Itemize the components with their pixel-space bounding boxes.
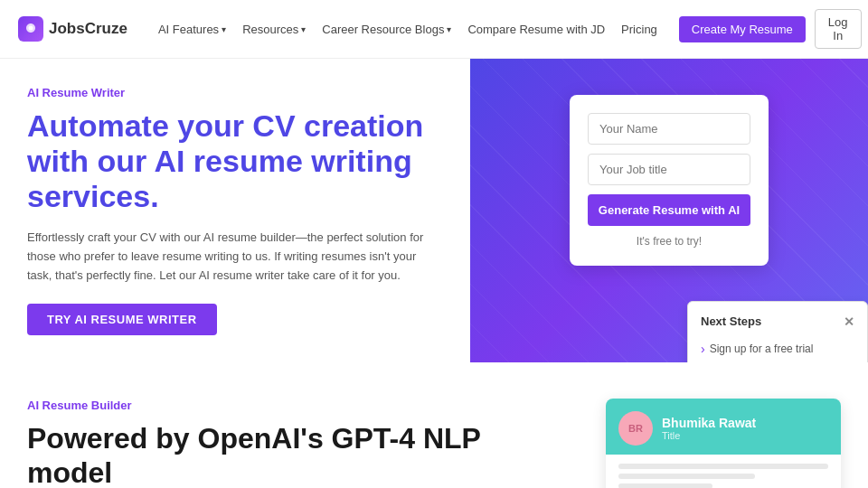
next-steps-item-trial[interactable]: Sign up for a free trial (701, 338, 854, 360)
create-resume-button[interactable]: Create My Resume (679, 16, 806, 42)
nav-compare-resume[interactable]: Compare Resume with JD (467, 23, 605, 36)
hero-visual: Generate Resume with AI It's free to try… (470, 59, 868, 362)
logo-text: JobsCruze (49, 20, 127, 38)
navbar: JobsCruze AI Features ▾ Resources ▾ Care… (0, 0, 868, 59)
nav-resources[interactable]: Resources ▾ (242, 23, 306, 36)
svg-point-0 (29, 26, 33, 31)
logo-icon (18, 16, 43, 42)
resume-line-2 (618, 474, 755, 479)
resume-line-1 (618, 464, 828, 469)
resume-header: BR Bhumika Rawat Title (606, 399, 841, 455)
generate-resume-button[interactable]: Generate Resume with AI (588, 194, 750, 226)
next-steps-header: Next Steps ✕ (701, 314, 854, 329)
hero-title: Automate your CV creation with our AI re… (27, 108, 443, 214)
next-steps-popup: Next Steps ✕ Sign up for a free trial Co… (687, 301, 868, 362)
logo[interactable]: JobsCruze (18, 16, 127, 42)
resume-line-3 (618, 483, 712, 488)
free-trial-text: It's free to try! (588, 235, 750, 248)
hero-description: Effortlessly craft your CV with our AI r… (27, 229, 425, 285)
avatar-initials: BR (628, 423, 643, 434)
nav-career-blogs[interactable]: Career Resource Blogs ▾ (322, 23, 451, 36)
next-steps-title: Next Steps (701, 314, 761, 328)
hero-content: AI Resume Writer Automate your CV creati… (0, 59, 470, 362)
section2-title: Powered by OpenAI's GPT-4 NLP model (27, 421, 570, 488)
nav-actions: Create My Resume Log In (679, 9, 862, 49)
resume-person-title: Title (662, 430, 756, 441)
login-button[interactable]: Log In (815, 9, 862, 49)
hero-badge: AI Resume Writer (27, 86, 443, 99)
gpt4-content: AI Resume Builder Powered by OpenAI's GP… (27, 399, 570, 488)
resume-preview-card: BR Bhumika Rawat Title (606, 399, 841, 488)
resume-person-info: Bhumika Rawat Title (662, 416, 756, 441)
caret-icon: ▾ (301, 24, 306, 34)
try-ai-resume-writer-button[interactable]: TRY AI RESUME WRITER (27, 304, 217, 335)
avatar: BR (618, 411, 653, 446)
section2-badge: AI Resume Builder (27, 399, 570, 412)
caret-icon: ▾ (447, 24, 451, 34)
next-steps-item-plans[interactable]: Compare Plans (701, 360, 854, 362)
name-input[interactable] (588, 113, 750, 145)
nav-ai-features[interactable]: AI Features ▾ (158, 23, 226, 36)
nav-links: AI Features ▾ Resources ▾ Career Resourc… (158, 23, 657, 36)
resume-body (606, 455, 841, 488)
gpt4-section: AI Resume Builder Powered by OpenAI's GP… (0, 362, 868, 488)
caret-icon: ▾ (222, 24, 226, 34)
hero-section: AI Resume Writer Automate your CV creati… (0, 59, 868, 362)
nav-pricing[interactable]: Pricing (621, 23, 657, 36)
job-title-input[interactable] (588, 154, 750, 185)
close-icon[interactable]: ✕ (844, 314, 854, 329)
resume-person-name: Bhumika Rawat (662, 416, 756, 430)
resume-form-card: Generate Resume with AI It's free to try… (570, 95, 769, 266)
